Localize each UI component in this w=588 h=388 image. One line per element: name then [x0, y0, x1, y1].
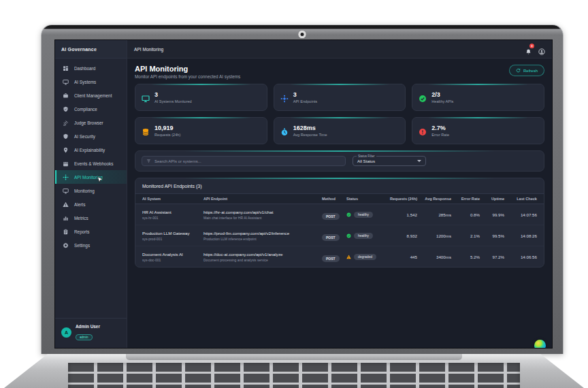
stat-label: Avg Response Time — [293, 133, 327, 137]
endpoint-desc: Document processing and analysis service — [203, 258, 322, 262]
col-error-rate: Error Rate — [451, 197, 480, 201]
notifications-button[interactable]: 3 — [525, 46, 532, 52]
method-badge: POST — [322, 213, 340, 220]
col-last-check: Last Check — [504, 197, 537, 201]
col-ai-system: AI System — [142, 197, 203, 201]
stat-value: 3 — [293, 91, 317, 99]
endpoints-panel-title: Monitored API Endpoints (3) — [135, 178, 544, 193]
search-box[interactable] — [142, 156, 346, 166]
col-method: Method — [322, 197, 346, 201]
sidebar-item-label: Metrics — [74, 216, 88, 221]
endpoints-panel: Monitored API Endpoints (3) AI System AP… — [135, 178, 544, 268]
stat-label: Requests (24h) — [154, 133, 180, 137]
system-id: sys-doc-001 — [142, 258, 203, 262]
system-id: sys-prod-001 — [142, 237, 203, 241]
table-row[interactable]: Production LLM Gateway sys-prod-001 http… — [135, 225, 544, 246]
shield-icon — [63, 133, 69, 140]
col-api-endpoint: API Endpoint — [203, 197, 322, 201]
status-badge: healthy — [354, 233, 373, 239]
sidebar-item-label: AI Security — [74, 134, 95, 139]
sidebar-item-ai-explainability[interactable]: AI Explainability — [55, 143, 127, 157]
endpoint-url: https://prod-llm.company.com/api/v2/infe… — [203, 231, 322, 236]
endpoint-url: https://hr-ai.company.com/api/v1/chat — [203, 210, 322, 214]
main-content: API Monitoring 3 API Monitoring Monitor … — [127, 40, 552, 348]
status-filter-select[interactable]: Status Filter All Status — [353, 156, 426, 166]
uptime-value: 97.2% — [480, 255, 504, 259]
sidebar-item-label: Alerts — [74, 202, 85, 207]
topbar: API Monitoring 3 — [127, 40, 552, 59]
stat-label: Healthy APIs — [431, 99, 453, 103]
laptop-keyboard — [68, 363, 521, 388]
endpoint-url: https://doc-ai.company.com/api/v1/analyz… — [203, 252, 322, 257]
sidebar-item-compliance[interactable]: Compliance — [55, 102, 127, 116]
sidebar-item-label: Monitoring — [74, 189, 95, 193]
stat-card-systems-monitored: 3 AI Systems Monitored — [135, 84, 267, 111]
stat-value: 10,919 — [154, 125, 180, 132]
sidebar-item-monitoring[interactable]: Monitoring — [55, 184, 127, 197]
uptime-value: 99.5% — [480, 233, 504, 238]
sidebar-item-label: AI Explainability — [74, 148, 105, 152]
sidebar-nav: Dashboard AI Systems Client Management C… — [55, 59, 127, 318]
gear-icon — [63, 242, 69, 248]
clipboard-icon — [63, 229, 69, 235]
refresh-button[interactable]: Refresh — [509, 65, 544, 76]
status-filter-value: All Status — [357, 159, 375, 163]
sidebar-item-reports[interactable]: Reports — [55, 225, 127, 238]
sidebar-item-client-management[interactable]: Client Management — [55, 88, 127, 102]
system-name: Document Analysis AI — [142, 252, 203, 257]
status-badge: degraded — [354, 254, 376, 260]
status-badge: healthy — [354, 212, 373, 218]
sidebar-item-label: Events & Webhooks — [74, 161, 113, 166]
avg-response-value: 285ms — [417, 212, 451, 217]
stat-value: 3 — [154, 91, 192, 99]
sidebar-item-label: Reports — [74, 229, 89, 234]
sidebar-item-dashboard[interactable]: Dashboard — [55, 61, 127, 75]
sidebar-item-label: Judge Browser — [74, 120, 103, 125]
filter-icon — [146, 159, 151, 163]
status-filter-label: Status Filter — [357, 155, 376, 158]
table-header: AI System API Endpoint Method Status Req… — [135, 193, 544, 204]
sidebar-item-ai-security[interactable]: AI Security — [55, 129, 127, 143]
sidebar-item-label: AI Systems — [74, 80, 96, 84]
table-row[interactable]: Document Analysis AI sys-doc-001 https:/… — [135, 246, 544, 267]
requests-value: 8,932 — [385, 233, 417, 238]
user-name: Admin User — [76, 324, 100, 329]
table-row[interactable]: HR AI Assistant sys-hr-001 https://hr-ai… — [135, 204, 544, 225]
user-box[interactable]: A Admin User admin — [55, 318, 127, 348]
col-status: Status — [346, 197, 385, 201]
col-avg-response: Avg Response — [417, 197, 451, 201]
requests-value: 1,542 — [385, 212, 417, 217]
sidebar-item-api-monitoring[interactable]: API Monitoring — [55, 170, 127, 184]
globe-widget[interactable] — [534, 340, 546, 348]
uptime-value: 99.9% — [480, 212, 504, 217]
stat-value: 1628ms — [293, 125, 327, 132]
col-uptime: Uptime — [480, 197, 504, 201]
check-circle-icon — [419, 93, 427, 101]
last-check-value: 14:06:56 — [504, 255, 537, 259]
webcam — [299, 31, 306, 38]
bar-chart-icon — [63, 215, 69, 221]
warning-icon — [63, 201, 69, 208]
sidebar-item-label: Dashboard — [74, 66, 95, 71]
mouse-cursor — [97, 176, 103, 184]
sidebar-item-alerts[interactable]: Alerts — [55, 197, 127, 211]
shield-check-icon — [63, 106, 69, 112]
sidebar-item-events-webhooks[interactable]: Events & Webhooks — [55, 157, 127, 170]
pin-icon — [63, 147, 69, 153]
search-input[interactable] — [154, 159, 341, 163]
laptop-hinge — [126, 354, 462, 360]
system-id: sys-hr-001 — [142, 216, 203, 220]
sidebar-item-metrics[interactable]: Metrics — [55, 211, 127, 225]
sidebar-item-label: Client Management — [74, 93, 112, 98]
database-icon — [142, 127, 150, 135]
stat-label: API Endpoints — [293, 99, 317, 103]
sidebar-item-judge-browser[interactable]: Judge Browser — [55, 116, 127, 129]
stat-label: Error Rate — [431, 133, 449, 137]
account-button[interactable] — [538, 46, 545, 52]
error-rate-value: 5.2% — [451, 255, 480, 259]
sidebar-item-settings[interactable]: Settings — [55, 238, 127, 252]
avg-response-value: 3400ms — [417, 255, 451, 259]
stat-card-healthy-apis: 2/3 Healthy APIs — [412, 84, 544, 111]
sidebar-item-ai-systems[interactable]: AI Systems — [55, 75, 127, 88]
last-check-value: 14:07:56 — [504, 212, 537, 217]
